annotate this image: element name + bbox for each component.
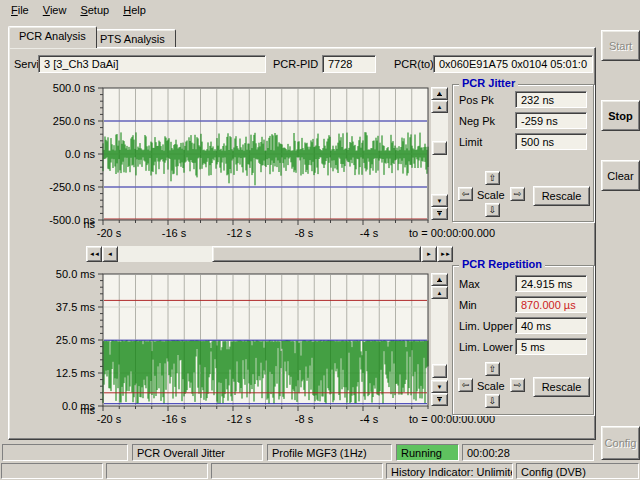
lim-lower-label: Lim. Lower [459, 341, 513, 353]
pcr-repetition-chart: 50.0 ms37.5 ms25.0 ms12.5 ms0.0 ms-20 s-… [30, 262, 500, 432]
jitter-scale-left-icon[interactable]: ⇦ [458, 187, 473, 201]
svg-text:500.0 ns: 500.0 ns [53, 82, 96, 94]
statusbar-empty-3 [211, 463, 383, 479]
menu-view[interactable]: View [36, 2, 74, 18]
run-state-badge: Running [396, 444, 459, 461]
svg-text:-250.0 ns: -250.0 ns [49, 181, 95, 193]
svg-text:25.0 ms: 25.0 ms [56, 334, 96, 346]
repetition-scale-left-icon[interactable]: ⇦ [458, 378, 473, 392]
jitter-limit-field[interactable]: 500 ns [515, 133, 587, 150]
svg-text:-16 s: -16 s [162, 227, 187, 239]
repetition-scale-max-down-icon[interactable]: ▼ [431, 393, 448, 406]
menubar: File View Setup Help [0, 0, 640, 19]
pcr-to-field: 0x060E91A75 0x0104 05:01:0 [433, 55, 593, 73]
svg-text:12.5 ms: 12.5 ms [56, 367, 96, 379]
min-field: 870.000 µs [515, 296, 587, 313]
jitter-scale-label: Scale [477, 189, 505, 201]
pcr-jitter-group-title: PCR Jitter [459, 77, 518, 89]
repetition-scroll-down-icon[interactable]: ▼ [431, 380, 448, 393]
pcr-jitter-chart: 500.0 ns250.0 ns0.0 ns-250.0 ns-500.0 ns… [30, 80, 500, 242]
menu-help[interactable]: Help [116, 2, 153, 18]
menu-file[interactable]: File [4, 2, 36, 18]
stop-button[interactable]: Stop [601, 100, 640, 131]
lim-upper-field[interactable]: 40 ms [515, 317, 587, 334]
tab-pts-analysis[interactable]: PTS Analysis [89, 29, 176, 48]
repetition-vscroll-thumb[interactable] [432, 364, 447, 378]
pcr-to-label: PCR(to) [394, 58, 434, 70]
repetition-vscroll-track[interactable] [431, 299, 448, 380]
clear-button[interactable]: Clear [601, 160, 640, 191]
tab-pcr-analysis[interactable]: PCR Analysis [8, 26, 97, 48]
time-scrollbar: ◄◄ ◄ ► ►► [86, 246, 453, 262]
max-label: Max [459, 278, 480, 290]
repetition-scale-down-icon[interactable]: ⇩ [485, 394, 500, 408]
pcr-repetition-group: PCR Repetition Max 24.915 ms Min 870.000… [452, 265, 594, 415]
menu-setup[interactable]: Setup [73, 2, 116, 18]
svg-text:ms: ms [80, 404, 95, 416]
history-indicator-panel: History Indicator: Unlimited [386, 463, 513, 479]
jitter-vscrollbar: ▲ ▲ ▼ ▼ [431, 87, 448, 220]
pos-pk-label: Pos Pk [459, 94, 494, 106]
svg-text:ns: ns [83, 218, 95, 230]
statusbar-empty-2 [106, 463, 208, 479]
jitter-scale-up-icon[interactable]: ⇧ [485, 171, 500, 185]
repetition-rescale-button[interactable]: Rescale [533, 377, 590, 397]
repetition-scale-max-up-icon[interactable]: ▲ [431, 273, 448, 286]
elapsed-time-panel: 00:00:28 [462, 444, 594, 461]
jitter-scroll-down-icon[interactable]: ▼ [431, 194, 448, 207]
scroll-far-left-icon[interactable]: ◄◄ [86, 246, 102, 262]
jitter-vscroll-thumb[interactable] [432, 141, 447, 155]
svg-text:to = 00:00:00.000: to = 00:00:00.000 [409, 227, 495, 239]
profile-panel: Profile MGF3 (1Hz) [267, 444, 392, 461]
pcr-pid-field[interactable]: 7728 [322, 55, 376, 73]
scroll-right-icon[interactable]: ► [421, 246, 437, 262]
neg-pk-field: -259 ns [515, 112, 587, 129]
status-panel-empty [2, 444, 128, 461]
repetition-scroll-up-icon[interactable]: ▲ [431, 286, 448, 299]
config-button[interactable]: Config [601, 426, 640, 460]
measurement-mode-panel: PCR Overall Jitter [132, 444, 263, 461]
svg-text:-8 s: -8 s [295, 227, 314, 239]
start-button[interactable]: Start [601, 30, 640, 61]
repetition-scale-label: Scale [477, 380, 505, 392]
jitter-limit-label: Limit [459, 136, 482, 148]
repetition-vscrollbar: ▲ ▲ ▼ ▼ [431, 273, 448, 406]
svg-text:-8 s: -8 s [295, 413, 314, 425]
svg-text:-16 s: -16 s [162, 413, 187, 425]
min-label: Min [459, 299, 477, 311]
max-field: 24.915 ms [515, 275, 587, 292]
statusbar-empty-1 [1, 463, 103, 479]
svg-text:-4 s: -4 s [360, 413, 379, 425]
svg-text:-12 s: -12 s [227, 227, 252, 239]
lim-lower-field[interactable]: 5 ms [515, 338, 587, 355]
pcr-pid-label: PCR-PID [273, 58, 318, 70]
service-field[interactable]: 3 [3_Ch3 DaAi] [38, 55, 266, 73]
config-standard-panel: Config (DVB) [516, 463, 639, 479]
repetition-scale-right-icon[interactable]: ⇨ [510, 378, 525, 392]
pcr-repetition-group-title: PCR Repetition [459, 258, 545, 270]
jitter-scale-down-icon[interactable]: ⇩ [485, 203, 500, 217]
lim-upper-label: Lim. Upper [459, 320, 513, 332]
jitter-scale-max-up-icon[interactable]: ▲ [431, 87, 448, 100]
pcr-jitter-group: PCR Jitter Pos Pk 232 ns Neg Pk -259 ns … [452, 84, 594, 222]
jitter-scale-max-down-icon[interactable]: ▼ [431, 207, 448, 220]
repetition-scale-up-icon[interactable]: ⇧ [485, 362, 500, 376]
scroll-far-right-icon[interactable]: ►► [437, 246, 453, 262]
jitter-scale-right-icon[interactable]: ⇨ [510, 187, 525, 201]
time-scroll-track[interactable] [118, 246, 421, 262]
svg-text:-20 s: -20 s [97, 227, 122, 239]
svg-text:50.0 ms: 50.0 ms [56, 268, 96, 280]
svg-text:-20 s: -20 s [97, 413, 122, 425]
svg-text:-4 s: -4 s [360, 227, 379, 239]
scroll-left-icon[interactable]: ◄ [102, 246, 118, 262]
jitter-vscroll-track[interactable] [431, 113, 448, 194]
jitter-scroll-up-icon[interactable]: ▲ [431, 100, 448, 113]
time-scroll-thumb[interactable] [212, 246, 421, 262]
neg-pk-label: Neg Pk [459, 115, 495, 127]
svg-text:0.0 ns: 0.0 ns [65, 148, 95, 160]
pos-pk-field: 232 ns [515, 91, 587, 108]
svg-text:-12 s: -12 s [227, 413, 252, 425]
jitter-rescale-button[interactable]: Rescale [533, 186, 590, 206]
svg-text:250.0 ns: 250.0 ns [53, 115, 96, 127]
svg-text:37.5 ms: 37.5 ms [56, 301, 96, 313]
